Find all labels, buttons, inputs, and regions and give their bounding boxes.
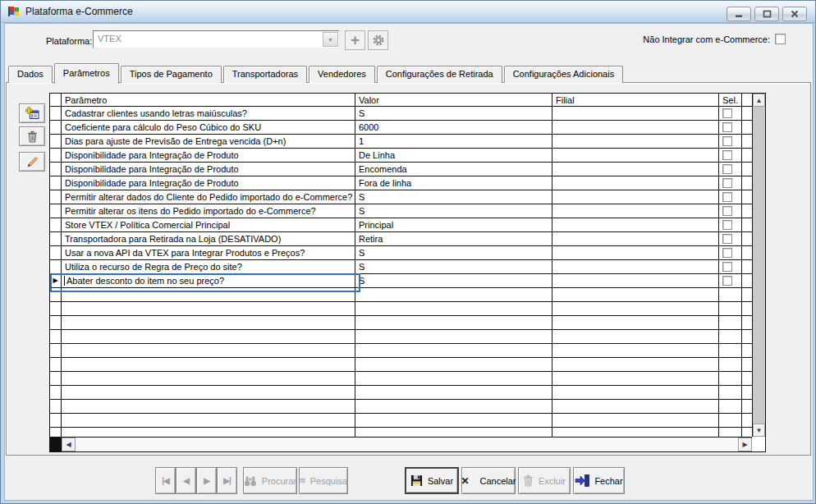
nav-first-button[interactable]: |◀ bbox=[155, 467, 176, 494]
sel-checkbox[interactable] bbox=[722, 108, 732, 118]
sel-checkbox[interactable] bbox=[722, 122, 732, 132]
horizontal-scroll-track[interactable] bbox=[76, 438, 738, 451]
nav-last-button[interactable]: ▶| bbox=[217, 467, 237, 494]
cell-parametro[interactable]: Coeficiente para cálculo do Peso Cúbico … bbox=[62, 121, 355, 134]
vertical-scroll-track[interactable] bbox=[753, 107, 765, 424]
cell-filial[interactable] bbox=[552, 107, 719, 120]
cell-filial[interactable] bbox=[552, 204, 719, 218]
sel-checkbox[interactable] bbox=[722, 248, 732, 258]
table-row[interactable]: Disponibilidade para Integração de Produ… bbox=[50, 149, 752, 163]
cell-filial[interactable] bbox=[552, 246, 719, 259]
tab-vendedores[interactable]: Vendedores bbox=[309, 66, 375, 83]
sel-checkbox[interactable] bbox=[722, 206, 732, 216]
close-button[interactable] bbox=[782, 7, 807, 21]
cell-valor[interactable]: S bbox=[355, 246, 552, 259]
cell-parametro[interactable]: Usar a nova API da VTEX para Integrar Pr… bbox=[62, 246, 355, 259]
cell-valor[interactable]: Encomenda bbox=[355, 163, 552, 176]
cell-filial[interactable] bbox=[552, 149, 719, 162]
cell-valor[interactable]: 6000 bbox=[355, 121, 552, 134]
sel-checkbox[interactable] bbox=[722, 262, 732, 272]
table-row[interactable]: Disponibilidade para Integração de Produ… bbox=[50, 163, 752, 176]
header-filial[interactable]: Filial bbox=[552, 94, 719, 106]
sel-checkbox[interactable] bbox=[722, 178, 732, 188]
table-row[interactable]: Dias para ajuste de Previsão de Entrega … bbox=[50, 135, 752, 149]
scroll-up-button[interactable]: ▲ bbox=[753, 94, 765, 107]
scroll-left-button[interactable]: ◀ bbox=[62, 438, 76, 451]
table-row[interactable]: Store VTEX / Política Comercial Principa… bbox=[50, 218, 752, 232]
cell-filial[interactable] bbox=[552, 163, 719, 176]
cell-parametro[interactable]: Disponibilidade para Integração de Produ… bbox=[62, 176, 355, 190]
tab-parametros[interactable]: Parâmetros bbox=[54, 63, 119, 84]
cell-valor[interactable]: De Linha bbox=[355, 149, 552, 162]
table-row[interactable]: Utiliza o recurso de Regra de Preço do s… bbox=[50, 260, 752, 274]
nav-next-button[interactable]: ▶ bbox=[196, 467, 217, 494]
header-sel[interactable]: Sel. bbox=[719, 94, 742, 106]
table-row[interactable]: ▶Abater desconto do item no seu preço?S bbox=[50, 274, 752, 288]
sel-checkbox[interactable] bbox=[722, 220, 732, 230]
minimize-button[interactable] bbox=[727, 7, 751, 21]
platform-dropdown-button[interactable]: ▼ bbox=[323, 32, 338, 47]
cell-parametro[interactable]: Store VTEX / Política Comercial Principa… bbox=[62, 218, 355, 231]
cell-filial[interactable] bbox=[552, 274, 719, 287]
cell-filial[interactable] bbox=[552, 176, 719, 190]
cell-parametro[interactable]: Disponibilidade para Integração de Produ… bbox=[62, 163, 355, 176]
cell-parametro[interactable]: Permitir alterar dados do Cliente do Ped… bbox=[62, 190, 355, 204]
cell-parametro[interactable]: Abater desconto do item no seu preço? bbox=[62, 274, 355, 287]
cell-filial[interactable] bbox=[552, 260, 719, 273]
table-row[interactable]: Coeficiente para cálculo do Peso Cúbico … bbox=[50, 121, 752, 135]
nav-prev-button[interactable]: ◀ bbox=[176, 467, 196, 494]
cell-valor[interactable]: S bbox=[355, 260, 552, 273]
table-row[interactable]: Disponibilidade para Integração de Produ… bbox=[50, 176, 752, 190]
add-platform-button[interactable]: + bbox=[345, 30, 365, 50]
header-parametro[interactable]: Parâmetro bbox=[62, 94, 355, 106]
tab-transportadoras[interactable]: Transportadoras bbox=[223, 66, 307, 83]
table-row[interactable]: Permitir alterar dados do Cliente do Ped… bbox=[50, 190, 752, 204]
procurar-button[interactable]: Procurar bbox=[243, 467, 297, 494]
vertical-scrollbar[interactable]: ▲ ▼ bbox=[752, 94, 765, 437]
cell-valor[interactable]: Principal bbox=[355, 218, 552, 231]
delete-row-button[interactable] bbox=[19, 126, 45, 146]
sel-checkbox[interactable] bbox=[722, 164, 732, 174]
cell-filial[interactable] bbox=[552, 218, 719, 231]
tab-configuracoes-adicionais[interactable]: Configurações Adicionais bbox=[504, 66, 624, 83]
tab-dados[interactable]: Dados bbox=[8, 66, 53, 83]
salvar-button[interactable]: Salvar bbox=[405, 467, 459, 494]
cell-filial[interactable] bbox=[552, 232, 719, 245]
sel-checkbox[interactable] bbox=[722, 276, 732, 286]
tab-tipos-de-pagamento[interactable]: Tipos de Pagamento bbox=[121, 66, 222, 83]
edit-row-button[interactable] bbox=[19, 152, 45, 172]
cell-valor[interactable]: S bbox=[355, 274, 552, 287]
titlebar[interactable]: Plataforma e-Commerce bbox=[1, 1, 815, 23]
scroll-right-button[interactable]: ▶ bbox=[738, 438, 752, 451]
cell-valor[interactable]: S bbox=[355, 190, 552, 204]
table-row[interactable]: Usar a nova API da VTEX para Integrar Pr… bbox=[50, 246, 752, 260]
fechar-button[interactable]: Fechar bbox=[573, 467, 625, 494]
cell-valor[interactable]: 1 bbox=[355, 135, 552, 148]
sel-checkbox[interactable] bbox=[722, 136, 732, 146]
table-row[interactable]: Permitir alterar os itens do Pedido impo… bbox=[50, 204, 752, 218]
platform-combobox[interactable]: VTEX ▼ bbox=[93, 30, 340, 48]
cell-parametro[interactable]: Utiliza o recurso de Regra de Preço do s… bbox=[62, 260, 355, 273]
sel-checkbox[interactable] bbox=[722, 192, 732, 202]
header-valor[interactable]: Valor bbox=[355, 94, 552, 106]
excluir-button[interactable]: Excluir bbox=[518, 467, 571, 494]
platform-settings-button[interactable] bbox=[368, 30, 388, 50]
horizontal-scrollbar[interactable]: ◀ ▶ bbox=[50, 437, 752, 451]
cell-valor[interactable]: S bbox=[355, 204, 552, 218]
cell-valor[interactable]: Fora de linha bbox=[355, 176, 552, 190]
cancelar-button[interactable]: ✕ Cancelar bbox=[461, 467, 516, 494]
cell-parametro[interactable]: Transportadora para Retirada na Loja (DE… bbox=[62, 232, 355, 245]
scroll-down-button[interactable]: ▼ bbox=[753, 424, 765, 437]
add-row-button[interactable] bbox=[19, 103, 45, 123]
cell-parametro[interactable]: Cadastrar clientes usando letras maiúscu… bbox=[62, 107, 355, 120]
cell-filial[interactable] bbox=[552, 190, 719, 204]
cell-parametro[interactable]: Disponibilidade para Integração de Produ… bbox=[62, 149, 355, 162]
cell-valor[interactable]: Retira bbox=[355, 232, 552, 245]
sel-checkbox[interactable] bbox=[722, 234, 732, 244]
cell-parametro[interactable]: Permitir alterar os itens do Pedido impo… bbox=[62, 204, 355, 218]
cell-filial[interactable] bbox=[552, 135, 719, 148]
tab-configuracoes-de-retirada[interactable]: Configurações de Retirada bbox=[377, 66, 502, 83]
cell-filial[interactable] bbox=[552, 121, 719, 134]
sel-checkbox[interactable] bbox=[722, 150, 732, 160]
cell-valor[interactable]: S bbox=[355, 107, 552, 120]
